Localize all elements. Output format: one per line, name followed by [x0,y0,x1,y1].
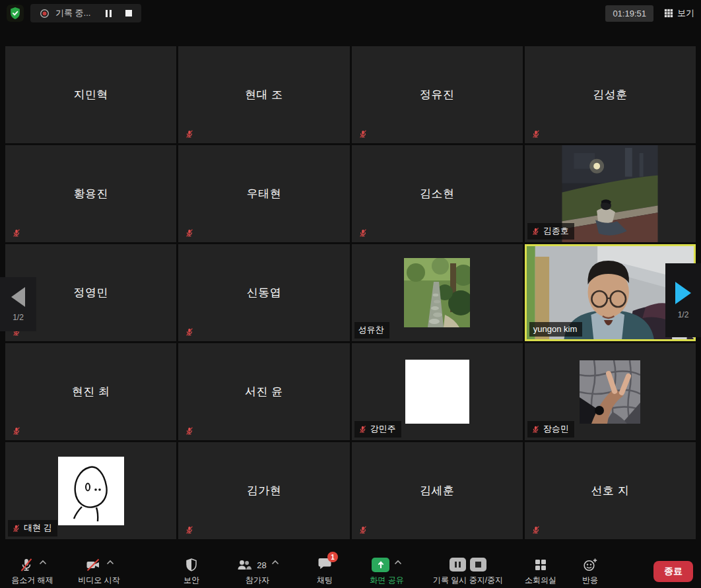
security-button[interactable]: 보안 [170,557,213,586]
chat-unread-badge: 1 [327,552,338,562]
tile-kimgahyun[interactable]: 김가현 [178,442,349,539]
share-screen-button[interactable]: 화면 공유 [355,557,418,586]
start-video-button[interactable]: 비디오 시작 [65,557,133,586]
muted-mic-icon [185,327,194,337]
participant-name: 김세훈 [352,442,523,539]
tile-sunho-ji[interactable]: 선호 지 [525,442,696,539]
chevron-up-icon[interactable] [394,560,402,565]
name-label: 강민주 [354,421,401,438]
arrow-up-icon [376,560,386,570]
shield-check-icon [8,6,22,20]
participant-name: 김종호 [543,225,569,237]
tile-kangminju[interactable]: 강민주 [352,343,523,440]
camera-muted-icon [84,557,102,573]
grid-view-icon [664,9,673,18]
tile-daehyun-kim[interactable]: 대현 김 [5,442,176,539]
view-label: 보기 [677,7,694,19]
participants-label: 참가자 [246,575,269,586]
people-icon [236,557,252,573]
participants-count: 28 [257,560,266,570]
shield-icon [184,557,199,573]
pause-recording-icon[interactable] [106,10,112,17]
page-indicator: 1/2 [678,310,689,319]
smiley-plus-icon [582,557,598,573]
zoom-meeting-window: 기록 중... 01:19:51 보기 지민혁 현대 조 정유진 김성훈 황용진 [0,0,701,588]
end-meeting-button[interactable]: 종료 [653,561,693,582]
share-screen-label: 화면 공유 [370,575,403,586]
avatar-white-square [405,360,469,424]
video-night-scene [562,145,658,242]
share-screen-icon [372,558,389,572]
participant-name: 선호 지 [525,442,696,539]
recording-controls-label: 기록 일시 중지/중지 [433,575,503,586]
avatar-hand-peace-sign [580,360,640,424]
chat-label: 채팅 [317,575,333,586]
unmute-button[interactable]: 음소거 해제 [4,557,61,586]
muted-mic-icon [185,228,194,238]
tile-wootaehyun[interactable]: 우태현 [178,145,349,242]
participants-button[interactable]: 28 참가자 [228,557,286,586]
tile-shindongyeop[interactable]: 신동엽 [178,244,349,341]
meeting-timer: 01:19:51 [605,5,653,22]
tile-jeongyujin[interactable]: 정유진 [352,46,523,143]
muted-mic-icon [358,228,368,238]
muted-mic-icon [12,524,20,533]
participant-name: 현진 최 [5,343,176,440]
name-label: 성유찬 [354,322,389,339]
recording-controls[interactable]: 기록 일시 중지/중지 [418,557,517,586]
unmute-label: 음소거 해제 [11,575,53,586]
tile-hyundae-jo[interactable]: 현대 조 [178,46,349,143]
participant-name: 정유진 [352,46,523,143]
tile-kimsunghoon[interactable]: 김성훈 [525,46,696,143]
participant-grid: 지민혁 현대 조 정유진 김성훈 황용진 우태현 김소현 [5,46,696,539]
tile-seongyuchan[interactable]: 성유찬 [352,244,523,341]
participant-name: 우태현 [178,145,349,242]
avatar-face-doodle [58,457,124,525]
name-label: 김종호 [527,223,574,240]
participant-name: 성유찬 [358,324,384,336]
tile-kimsohyun[interactable]: 김소현 [352,145,523,242]
breakout-rooms-icon [533,557,549,573]
tile-hyunjin-choi[interactable]: 현진 최 [5,343,176,440]
breakout-rooms-button[interactable]: 소회의실 [517,557,564,586]
chevron-left-icon [11,287,25,307]
participant-name: 김성훈 [525,46,696,143]
muted-mic-icon [358,425,367,434]
muted-mic-icon [531,129,541,139]
participant-name: 지민혁 [5,46,176,143]
breakout-rooms-label: 소회의실 [525,575,556,586]
pause-recording-button[interactable] [450,558,466,572]
muted-mic-icon [358,129,368,139]
view-button[interactable]: 보기 [664,7,694,19]
stop-recording-icon[interactable] [125,10,132,16]
tile-jangseungmin[interactable]: 장승민 [525,343,696,440]
tile-kimjongho[interactable]: 김종호 [525,145,696,242]
participant-name: 김소현 [352,145,523,242]
tile-seojin-yoon[interactable]: 서진 윤 [178,343,349,440]
participant-name: 현대 조 [178,46,349,143]
top-bar: 기록 중... 01:19:51 보기 [0,0,701,26]
participant-name: 대현 김 [24,522,52,534]
chat-button[interactable]: 1 채팅 [304,557,346,586]
muted-mic-icon [531,425,540,434]
chevron-up-icon[interactable] [271,560,279,565]
tile-hwangyongjin[interactable]: 황용진 [5,145,176,242]
meeting-security-badge[interactable] [7,5,24,22]
stop-recording-button[interactable] [470,558,486,572]
muted-mic-icon [185,426,194,436]
recording-indicator: 기록 중... [30,4,141,22]
muted-mic-icon [358,525,368,535]
participant-name: 장승민 [543,423,569,435]
previous-page-button[interactable]: 1/2 [0,277,36,331]
chevron-right-icon [675,282,691,304]
next-page-button[interactable]: 1/2 [665,263,701,337]
chevron-up-icon[interactable] [39,560,47,565]
mic-muted-icon [18,557,34,573]
participant-name: 신동엽 [178,244,349,341]
tile-kimsehoon[interactable]: 김세훈 [352,442,523,539]
chevron-up-icon[interactable] [106,560,114,565]
reactions-button[interactable]: 반응 [570,557,610,586]
participant-name: 황용진 [5,145,176,242]
muted-mic-icon [185,525,194,535]
tile-jiminhyuk[interactable]: 지민혁 [5,46,176,143]
